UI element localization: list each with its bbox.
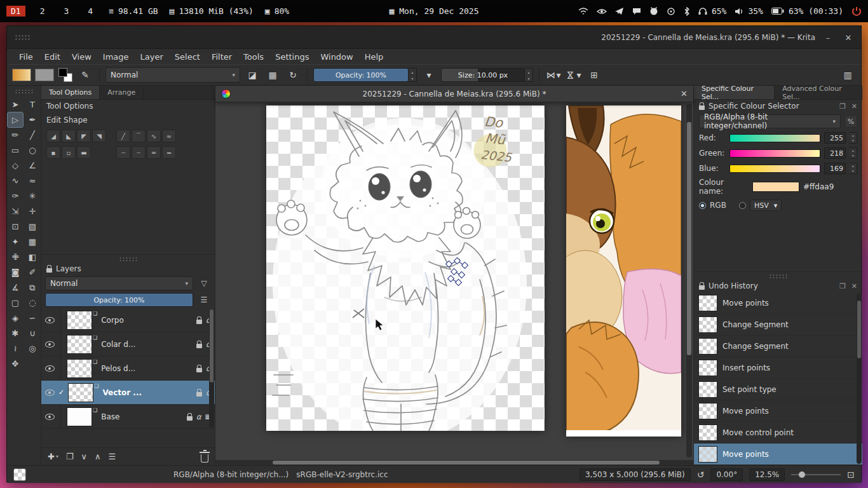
spin-up-icon[interactable]: ▴ xyxy=(409,69,416,75)
canvas-viewport[interactable]: Do Mũ 2025 xyxy=(215,102,693,460)
tool-bezier-select[interactable]: ≀ xyxy=(8,341,23,356)
curve-segment-button[interactable]: ∿ xyxy=(147,130,161,142)
layer-opacity-slider[interactable]: Opacity: 100% xyxy=(45,293,193,307)
size-spinner[interactable]: ▴ ▾ xyxy=(525,68,533,82)
hsv-dropdown[interactable]: HSV ▾ xyxy=(750,200,782,211)
rgb-radio-label[interactable]: RGB xyxy=(710,201,726,210)
tool-smart-patch[interactable]: ✙ xyxy=(8,250,23,264)
canvas-page-colored[interactable] xyxy=(566,105,681,437)
display-icon[interactable] xyxy=(597,8,607,15)
headphone-status[interactable]: 65% xyxy=(698,6,726,16)
telegram-icon[interactable] xyxy=(615,8,624,15)
layer-row-vector-selected[interactable]: ✓ ❏ Vector ... α xyxy=(41,381,215,405)
opacity-slider[interactable]: Opacity: 100% xyxy=(313,68,409,82)
spin-up-icon[interactable]: ▴ xyxy=(850,133,857,138)
add-layer-button[interactable]: ✚ ▾ xyxy=(48,452,58,461)
document-close-button[interactable]: ✕ xyxy=(681,89,688,98)
network-icon[interactable] xyxy=(578,8,588,15)
spin-down-icon[interactable]: ▾ xyxy=(525,75,532,81)
tool-assistants[interactable]: ✐ xyxy=(25,265,40,280)
tool-pan[interactable]: ✥ xyxy=(8,356,23,371)
preserve-alpha-button[interactable]: ▦ xyxy=(264,67,281,83)
menu-settings[interactable]: Settings xyxy=(269,49,315,64)
bluetooth-icon[interactable] xyxy=(684,7,690,16)
eraser-mode-button[interactable]: ◪ xyxy=(244,67,261,83)
undo-history-header[interactable]: Undo History ❐ ✕ xyxy=(694,280,862,292)
visibility-eye-icon[interactable] xyxy=(45,390,55,396)
layer-blending-mode-dropdown[interactable]: Normal ▾ xyxy=(45,276,193,290)
undo-item[interactable]: Move control point xyxy=(694,422,862,444)
smooth-segment-button[interactable]: ≈ xyxy=(162,130,176,142)
layer-row-base[interactable]: ❏ Base α ▦ xyxy=(41,405,215,429)
foreground-color-swatch[interactable] xyxy=(58,68,67,77)
move-layer-down-button[interactable]: ∨ xyxy=(81,452,88,461)
segment-to-line-button[interactable]: ╱ xyxy=(116,130,130,142)
tool-ellipse[interactable]: ○ xyxy=(25,143,40,158)
layer-lock-icon[interactable] xyxy=(196,344,202,348)
spin-up-icon[interactable]: ▴ xyxy=(850,163,857,168)
volume-status[interactable]: 35% xyxy=(735,6,763,16)
layer-row-colar[interactable]: ❏ Colar d... α xyxy=(41,332,215,356)
green-channel-slider[interactable] xyxy=(729,149,820,158)
brush-size-slider[interactable]: Size: 10.00 px xyxy=(441,68,525,82)
tab-arrange[interactable]: Arrange xyxy=(100,86,144,99)
undo-item-selected[interactable]: Move points xyxy=(694,444,862,465)
tool-rect-select[interactable]: ▢ xyxy=(8,295,23,310)
join-segment-button[interactable]: ┄ xyxy=(132,146,146,159)
workspace-tag-1[interactable]: D1 xyxy=(6,6,25,17)
menu-file[interactable]: File xyxy=(13,49,39,64)
tool-move[interactable]: ✛ xyxy=(25,204,40,219)
hsv-radio[interactable] xyxy=(739,202,746,209)
steam-icon[interactable] xyxy=(667,8,675,15)
close-button[interactable]: ✕ xyxy=(841,30,856,45)
blue-channel-value[interactable]: 169 xyxy=(824,163,846,174)
specific-colour-selector-header[interactable]: Specific Colour Selector ❐ ✕ xyxy=(694,100,862,112)
opacity-popup-arrow[interactable]: ▾ xyxy=(421,67,437,83)
spin-down-icon[interactable]: ▾ xyxy=(850,168,857,173)
undo-item[interactable]: Change Segment xyxy=(694,336,862,357)
gradient-chooser[interactable] xyxy=(12,69,31,81)
colored-artwork[interactable] xyxy=(566,105,681,437)
layer-filter-button[interactable]: ▽ xyxy=(197,276,211,290)
menu-view[interactable]: View xyxy=(66,49,97,64)
tool-line[interactable]: ╱ xyxy=(25,128,40,142)
chat-icon[interactable] xyxy=(632,8,641,15)
tool-dynamic-brush[interactable]: ✑ xyxy=(8,189,23,203)
float-docker-icon[interactable]: ❐ xyxy=(839,282,846,290)
zoom-level-value[interactable]: 12.5% xyxy=(749,468,785,481)
brush-preset-chooser[interactable]: ✎ xyxy=(77,67,93,83)
close-docker-icon[interactable]: ✕ xyxy=(851,282,857,290)
layer-thumbnail[interactable] xyxy=(67,311,92,330)
red-channel-value[interactable]: 255 xyxy=(824,132,846,144)
selection-display-button[interactable] xyxy=(13,468,26,481)
github-icon[interactable] xyxy=(649,7,658,15)
layer-thumbnail[interactable] xyxy=(67,359,92,378)
tool-polygon[interactable]: ◇ xyxy=(8,158,23,173)
visibility-eye-icon[interactable] xyxy=(45,317,55,323)
menu-help[interactable]: Help xyxy=(359,49,390,64)
layer-list-scrollbar[interactable] xyxy=(209,309,214,428)
canvas-hscrollbar-thumb[interactable] xyxy=(273,461,660,464)
tool-fill[interactable]: ◧ xyxy=(25,250,40,264)
tool-reference-images[interactable]: ⧉ xyxy=(25,280,40,295)
green-channel-value[interactable]: 218 xyxy=(824,147,846,159)
tool-rectangle[interactable]: ▭ xyxy=(8,143,23,158)
spin-down-icon[interactable]: ▾ xyxy=(850,138,857,143)
menu-layer[interactable]: Layer xyxy=(135,49,169,64)
layers-docker-header[interactable]: Layers xyxy=(41,262,215,275)
menu-tools[interactable]: Tools xyxy=(238,49,269,64)
tab-tool-options[interactable]: Tool Options xyxy=(41,86,100,99)
layer-thumbnail[interactable] xyxy=(67,335,92,354)
layer-properties-button[interactable]: ☰ xyxy=(109,452,116,461)
layer-options-menu-button[interactable]: ☰ xyxy=(197,293,211,307)
zoom-slider-handle[interactable] xyxy=(799,471,805,478)
window-titlebar[interactable]: 20251229 - Cannella de Meias.kra (295.6 … xyxy=(7,26,861,49)
canvas-vscrollbar-thumb[interactable] xyxy=(687,122,691,355)
undo-docker-drag-handle[interactable] xyxy=(769,274,788,278)
tool-polygon-select[interactable]: ◈ xyxy=(8,311,23,325)
workspace-tag-3[interactable]: 3 xyxy=(59,6,73,17)
layer-row-pelos[interactable]: ❏ Pelos d... α xyxy=(41,356,215,381)
break-segment-button[interactable]: ╌ xyxy=(116,146,130,159)
tool-transform[interactable]: ⇲ xyxy=(8,204,23,219)
canvas-hscrollbar[interactable] xyxy=(215,460,693,465)
